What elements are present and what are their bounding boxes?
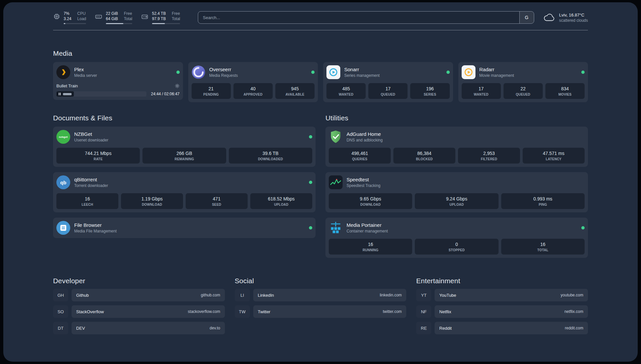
resource-label: CPU xyxy=(77,11,86,16)
bookmark-row-dev[interactable]: DT DEV dev.to xyxy=(53,322,225,334)
settings-gear-icon[interactable] xyxy=(175,83,180,88)
resource-widget-memory: 22 GiB 64 GiB Free Total xyxy=(95,11,132,24)
service-title: NZBGet xyxy=(74,131,108,137)
disk-progressbar xyxy=(152,23,180,24)
resource-value: 64 GiB xyxy=(106,16,118,21)
resource-label: Total xyxy=(124,16,132,21)
stat-value: 0.993 ms xyxy=(503,196,583,201)
service-link-overseerr[interactable]: Overseerr Media Requests xyxy=(192,65,315,79)
stat-tile: 17 WANTED xyxy=(462,83,501,99)
stat-value: 17 xyxy=(463,86,500,91)
bookmark-name: DEV xyxy=(76,326,85,331)
bookmark-row-stackoverflow[interactable]: SO StackOverflow stackoverflow.com xyxy=(53,305,225,318)
status-dot xyxy=(176,71,180,74)
bookmark-link[interactable]: YouTube youtube.com xyxy=(435,289,588,301)
pause-icon[interactable] xyxy=(59,93,61,95)
resource-value: 97.9 TB xyxy=(152,16,166,21)
bookmark-domain: linkedin.com xyxy=(380,293,402,297)
service-card-adguard: AdGuard Home DNS and adblocking 498,461 … xyxy=(325,127,588,167)
bookmark-name: Reddit xyxy=(439,326,452,331)
service-title: Sonarr xyxy=(344,67,380,72)
stat-tile: 945 AVAILABLE xyxy=(275,83,315,99)
bookmark-row-netflix[interactable]: NF Netflix netflix.com xyxy=(416,305,588,318)
playback-time: 24:44 / 02:06:47 xyxy=(151,92,180,96)
now-playing-title: Bullet Train xyxy=(56,83,78,88)
bookmark-link[interactable]: Twitter twitter.com xyxy=(253,305,407,318)
stat-value: 47.571 ms xyxy=(524,151,583,156)
stat-value: 9.65 Gbps xyxy=(330,196,411,201)
stat-label: LATENCY xyxy=(524,157,583,161)
service-link-qbittorrent[interactable]: qb qBittorrent Torrent downloader xyxy=(56,175,312,189)
playback-elapsed xyxy=(56,91,74,97)
service-subtitle: Series management xyxy=(344,73,380,78)
bookmark-link[interactable]: Reddit reddit.com xyxy=(435,322,588,334)
stat-tile: 471 SEED xyxy=(186,193,248,209)
bookmark-domain: reddit.com xyxy=(565,326,583,330)
search-input[interactable] xyxy=(198,12,519,23)
bookmark-abbr: NF xyxy=(416,305,431,318)
bookmark-link[interactable]: DEV dev.to xyxy=(72,322,225,334)
service-stats: 744.21 Mbps RATE 266 GB REMAINING 39.6 T… xyxy=(56,148,312,164)
search-provider-button[interactable]: G xyxy=(519,12,534,23)
bookmark-row-youtube[interactable]: YT YouTube youtube.com xyxy=(416,289,588,301)
status-dot xyxy=(446,71,450,74)
bookmark-name: YouTube xyxy=(439,293,456,298)
service-link-plex[interactable]: Plex Media server xyxy=(56,65,180,79)
disk-icon xyxy=(141,13,149,21)
service-link-nzbget[interactable]: nzbget NZBGet Usenet downloader xyxy=(56,130,312,144)
media-grid: Plex Media server Bullet Train xyxy=(53,62,588,102)
service-link-sonarr[interactable]: Sonarr Series management xyxy=(326,65,450,79)
service-subtitle: Media Requests xyxy=(209,73,238,78)
bookmark-link[interactable]: Netflix netflix.com xyxy=(435,305,588,318)
stat-value: 471 xyxy=(187,196,246,201)
stat-value: 618.52 Mbps xyxy=(252,196,311,201)
resource-label: Free xyxy=(124,11,132,16)
stat-label: APPROVED xyxy=(235,93,271,96)
service-title: Radarr xyxy=(479,67,514,72)
bookmark-domain: stackoverflow.com xyxy=(188,309,220,314)
stat-tile: 22 QUEUED xyxy=(504,83,543,99)
stat-value: 485 xyxy=(328,86,364,91)
bookmark-row-linkedin[interactable]: LI LinkedIn linkedin.com xyxy=(235,289,407,301)
stat-tile: 40 APPROVED xyxy=(233,83,273,99)
bookmark-domain: youtube.com xyxy=(561,293,583,297)
bookmark-group-entertainment: Entertainment YT YouTube youtube.com NF … xyxy=(416,277,588,334)
stat-tile: 744.21 Mbps RATE xyxy=(56,148,140,164)
service-card-speedtest: Speedtest Speedtest Tracking 9.65 Gbps D… xyxy=(325,172,588,212)
service-link-radarr[interactable]: Radarr Movie management xyxy=(462,65,585,79)
service-link-adguard[interactable]: AdGuard Home DNS and adblocking xyxy=(329,130,585,144)
service-link-portainer[interactable]: Media Portainer Container management xyxy=(329,221,585,235)
service-link-speedtest[interactable]: Speedtest Speedtest Tracking xyxy=(329,175,585,189)
bookmark-domain: netflix.com xyxy=(565,309,583,314)
stat-value: 16 xyxy=(58,196,117,201)
bookmark-link[interactable]: Github github.com xyxy=(72,289,225,301)
stat-value: 266 GB xyxy=(144,151,225,156)
bookmark-row-reddit[interactable]: RE Reddit reddit.com xyxy=(416,322,588,334)
stat-label: RUNNING xyxy=(330,248,411,252)
cloud-icon xyxy=(543,13,555,22)
section-title-entertainment: Entertainment xyxy=(416,277,588,285)
bookmark-link[interactable]: LinkedIn linkedin.com xyxy=(253,289,407,301)
playback-chunk xyxy=(63,93,72,95)
bookmark-domain: twitter.com xyxy=(383,309,402,314)
service-link-filebrowser[interactable]: File Browser Media File Management xyxy=(56,221,312,235)
stat-tile: 47.571 ms LATENCY xyxy=(523,148,585,164)
bookmark-link[interactable]: StackOverflow stackoverflow.com xyxy=(72,305,225,318)
bookmark-row-github[interactable]: GH Github github.com xyxy=(53,289,225,301)
stat-tile: 9.24 Gbps UPLOAD xyxy=(415,193,498,209)
stat-tile: 498,461 QUERIES xyxy=(329,148,391,164)
bookmark-group-social: Social LI LinkedIn linkedin.com TW Twitt… xyxy=(235,277,407,318)
bookmark-row-twitter[interactable]: TW Twitter twitter.com xyxy=(235,305,407,318)
stat-label: QUEUED xyxy=(370,93,406,96)
playback-progressbar[interactable] xyxy=(56,91,146,97)
status-dot xyxy=(309,226,312,229)
plex-now-playing-widget: Bullet Train 24:44 / 02:06:47 xyxy=(56,83,180,97)
stat-label: SEED xyxy=(187,203,246,206)
stat-tile: 86,384 BLOCKED xyxy=(393,148,455,164)
stat-value: 2,953 xyxy=(459,151,519,156)
weather-location: Lviv, 16.87°C xyxy=(559,13,588,17)
service-title: Speedtest xyxy=(347,177,381,182)
stat-label: LEECH xyxy=(58,203,117,206)
stat-label: WANTED xyxy=(463,93,500,96)
stat-tile: 39.6 TB DOWNLOADED xyxy=(229,148,312,164)
